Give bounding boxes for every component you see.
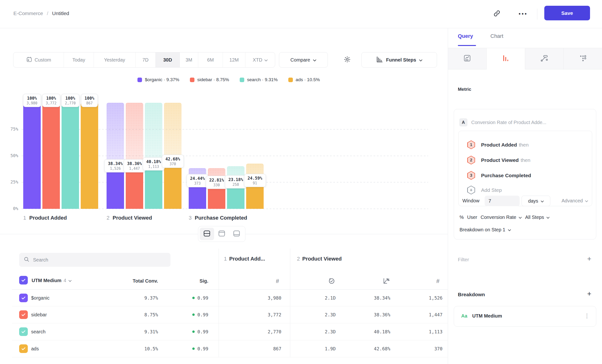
- funnel-value-badge: 24.59%91: [244, 174, 266, 187]
- tab-chart[interactable]: Chart: [490, 33, 503, 39]
- range-7d[interactable]: 7D: [136, 53, 156, 67]
- measure-scope-select[interactable]: All Steps: [525, 214, 549, 220]
- breakdown-item-card[interactable]: Aa UTM Medium ⋮: [454, 306, 596, 327]
- breakdown-on-step-select[interactable]: Breakdown on Step 1: [460, 227, 511, 233]
- window-unit-select[interactable]: days: [522, 196, 550, 206]
- layout-chart-bottom-button[interactable]: [229, 228, 244, 240]
- funnel-value-badge: 24.44%373: [187, 174, 208, 187]
- y-axis-tick: 0%: [6, 206, 18, 211]
- range-xtd[interactable]: XTD: [246, 53, 275, 67]
- range-custom[interactable]: Custom: [13, 53, 64, 67]
- row-label: sidebar: [31, 312, 47, 318]
- table-row[interactable]: search 9.31% 0.99 2,770 2.3D 40.18% 1,11…: [12, 323, 448, 340]
- row-total-conv: 8.75%: [110, 312, 158, 317]
- legend-swatch: [288, 78, 293, 82]
- chart-type-line-tab[interactable]: [448, 48, 487, 69]
- funnel-bar[interactable]: [23, 103, 41, 209]
- layout-split-horizontal-button[interactable]: [200, 228, 214, 240]
- avg-time-column-icon[interactable]: [328, 277, 335, 285]
- funnel-step-3[interactable]: 3 Purchase Completed: [467, 171, 533, 180]
- conversion-column-icon[interactable]: [383, 277, 390, 285]
- count-column-icon[interactable]: #: [436, 278, 440, 285]
- legend-item[interactable]: search · 9.31%: [240, 77, 278, 82]
- range-12m[interactable]: 12M: [223, 53, 246, 67]
- breadcrumb-separator: /: [47, 11, 48, 16]
- window-value-input[interactable]: [485, 196, 520, 206]
- measure-type-select[interactable]: Conversion Rate: [481, 214, 522, 220]
- measure-row: % User Conversion Rate All Steps: [460, 214, 549, 220]
- breadcrumb: E-Commerce / Untitled: [13, 11, 69, 16]
- funnel-bar[interactable]: [126, 168, 143, 209]
- funnel-bar[interactable]: [164, 164, 182, 209]
- breadcrumb-title[interactable]: Untitled: [52, 11, 69, 16]
- table-row[interactable]: ads 10.5% 0.99 867 1.9D 42.68% 370: [12, 340, 448, 357]
- add-filter-button[interactable]: +: [587, 255, 591, 262]
- search-icon: [23, 256, 30, 263]
- funnel-step-1[interactable]: 1 Product Addedthen: [467, 140, 529, 149]
- funnel-bar[interactable]: [145, 166, 162, 209]
- funnel-value-badge: 100%867: [81, 94, 98, 107]
- legend-item[interactable]: $organic · 9.37%: [138, 77, 179, 82]
- add-step-button[interactable]: + Add Step: [467, 186, 502, 194]
- chevron-down-icon: [547, 214, 549, 220]
- funnel-bar[interactable]: [62, 103, 79, 209]
- metric-title: Conversion Rate of Product Adde...: [471, 120, 589, 125]
- legend-item[interactable]: ads · 10.5%: [288, 77, 320, 82]
- chart-type-funnel-tab[interactable]: [487, 48, 525, 69]
- y-axis-tick: 25%: [6, 179, 18, 184]
- measure-prefix: %: [460, 214, 464, 220]
- legend-label: sidebar · 8.75%: [197, 77, 229, 82]
- table-step1-header: 1Product Add...: [224, 256, 265, 262]
- tab-query[interactable]: Query: [458, 33, 473, 39]
- range-3m[interactable]: 3M: [180, 53, 198, 67]
- groupby-column-header[interactable]: UTM Medium 4: [32, 278, 72, 283]
- range-today[interactable]: Today: [64, 53, 94, 67]
- range-yesterday[interactable]: Yesterday: [94, 53, 136, 67]
- compare-button[interactable]: Compare: [279, 52, 328, 67]
- legend-item[interactable]: sidebar · 8.75%: [190, 77, 229, 82]
- measure-entity[interactable]: User: [467, 214, 477, 220]
- funnel-value-badge: 100%2,770: [61, 94, 79, 107]
- chart-view-selector[interactable]: Funnel Steps: [361, 52, 437, 67]
- share-link-button[interactable]: [492, 9, 502, 19]
- row-checkbox[interactable]: [19, 310, 28, 319]
- row-total-conv: 9.31%: [110, 329, 158, 334]
- advanced-toggle[interactable]: Advanced: [561, 198, 588, 203]
- split-horizontal-icon: [203, 230, 211, 238]
- count-column-icon[interactable]: #: [276, 278, 279, 285]
- metric-title-row[interactable]: A Conversion Rate of Product Adde...: [459, 118, 589, 127]
- select-all-checkbox[interactable]: [19, 276, 28, 285]
- kebab-menu-icon[interactable]: ⋮: [584, 312, 590, 319]
- table-row[interactable]: sidebar 8.75% 0.99 3,772 2.3D 38.36% 1,4…: [12, 306, 448, 323]
- metric-card: A Conversion Rate of Product Adde... 1 P…: [454, 109, 596, 239]
- funnel-bar[interactable]: [81, 103, 98, 209]
- chart-type-flow-tab[interactable]: [525, 48, 564, 69]
- breadcrumb-project[interactable]: E-Commerce: [13, 11, 43, 16]
- row-checkbox[interactable]: [19, 327, 28, 336]
- table-row[interactable]: $organic 9.37% 0.99 3,980 2.1D 38.34% 1,…: [12, 289, 448, 306]
- sig-column-header[interactable]: Sig.: [172, 278, 208, 284]
- significance-dot: [192, 297, 195, 299]
- legend-swatch: [240, 78, 244, 82]
- layout-chart-top-button[interactable]: [215, 228, 229, 240]
- chevron-down-icon: [313, 57, 316, 63]
- range-6m[interactable]: 6M: [198, 53, 223, 67]
- funnel-step-2[interactable]: 2 Product Viewedthen: [467, 156, 530, 164]
- more-menu-button[interactable]: •••: [518, 9, 528, 19]
- row-step2-count: 1,526: [404, 295, 442, 300]
- chart-legend: $organic · 9.37%sidebar · 8.75%search · …: [10, 77, 448, 82]
- row-step2-time: 2.3D: [302, 329, 336, 334]
- range-30d[interactable]: 30D: [156, 53, 180, 67]
- total-conv-column-header[interactable]: Total Conv.: [110, 278, 158, 284]
- funnel-bar[interactable]: [42, 103, 60, 209]
- search-input[interactable]: [33, 257, 166, 263]
- row-checkbox[interactable]: [19, 294, 28, 302]
- save-button[interactable]: Save: [544, 6, 590, 20]
- row-checkbox[interactable]: [19, 344, 28, 353]
- app-root: E-Commerce / Untitled ••• Save: [0, 0, 602, 364]
- funnel-bar[interactable]: [107, 168, 124, 209]
- chart-settings-button[interactable]: [342, 55, 353, 65]
- chart-type-dots-tab[interactable]: [564, 48, 602, 69]
- row-step2-time: 2.3D: [302, 312, 336, 317]
- add-breakdown-button[interactable]: +: [587, 290, 591, 297]
